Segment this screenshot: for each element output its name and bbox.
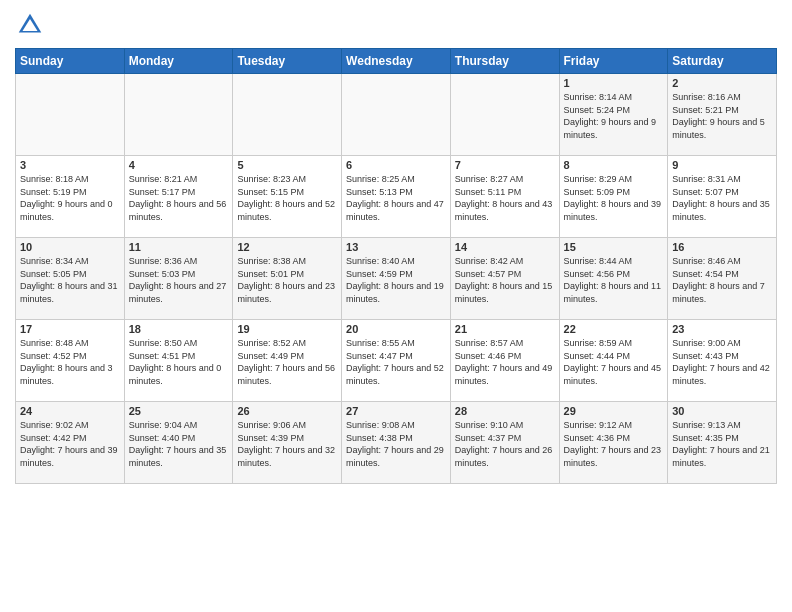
day-number: 1 [564,77,664,89]
day-info: Sunrise: 9:02 AM Sunset: 4:42 PM Dayligh… [20,419,120,469]
calendar-day-cell [342,74,451,156]
day-number: 23 [672,323,772,335]
day-info: Sunrise: 8:34 AM Sunset: 5:05 PM Dayligh… [20,255,120,305]
day-number: 7 [455,159,555,171]
calendar-day-cell: 3Sunrise: 8:18 AM Sunset: 5:19 PM Daylig… [16,156,125,238]
day-number: 25 [129,405,229,417]
day-number: 11 [129,241,229,253]
day-info: Sunrise: 8:16 AM Sunset: 5:21 PM Dayligh… [672,91,772,141]
calendar-day-cell: 8Sunrise: 8:29 AM Sunset: 5:09 PM Daylig… [559,156,668,238]
day-number: 26 [237,405,337,417]
calendar-day-cell: 22Sunrise: 8:59 AM Sunset: 4:44 PM Dayli… [559,320,668,402]
day-info: Sunrise: 8:23 AM Sunset: 5:15 PM Dayligh… [237,173,337,223]
calendar-day-cell [124,74,233,156]
calendar-week-row: 3Sunrise: 8:18 AM Sunset: 5:19 PM Daylig… [16,156,777,238]
calendar-day-cell: 13Sunrise: 8:40 AM Sunset: 4:59 PM Dayli… [342,238,451,320]
calendar-day-cell: 17Sunrise: 8:48 AM Sunset: 4:52 PM Dayli… [16,320,125,402]
calendar-day-cell: 14Sunrise: 8:42 AM Sunset: 4:57 PM Dayli… [450,238,559,320]
calendar-day-cell: 19Sunrise: 8:52 AM Sunset: 4:49 PM Dayli… [233,320,342,402]
day-number: 21 [455,323,555,335]
calendar-day-cell: 15Sunrise: 8:44 AM Sunset: 4:56 PM Dayli… [559,238,668,320]
day-info: Sunrise: 8:50 AM Sunset: 4:51 PM Dayligh… [129,337,229,387]
day-info: Sunrise: 8:18 AM Sunset: 5:19 PM Dayligh… [20,173,120,223]
calendar-week-row: 17Sunrise: 8:48 AM Sunset: 4:52 PM Dayli… [16,320,777,402]
calendar-day-cell [450,74,559,156]
page-container: SundayMondayTuesdayWednesdayThursdayFrid… [0,0,792,494]
calendar-day-cell: 10Sunrise: 8:34 AM Sunset: 5:05 PM Dayli… [16,238,125,320]
day-info: Sunrise: 8:21 AM Sunset: 5:17 PM Dayligh… [129,173,229,223]
calendar-day-cell: 30Sunrise: 9:13 AM Sunset: 4:35 PM Dayli… [668,402,777,484]
day-info: Sunrise: 9:00 AM Sunset: 4:43 PM Dayligh… [672,337,772,387]
calendar-day-header: Tuesday [233,49,342,74]
day-number: 28 [455,405,555,417]
calendar-day-cell: 18Sunrise: 8:50 AM Sunset: 4:51 PM Dayli… [124,320,233,402]
calendar-table: SundayMondayTuesdayWednesdayThursdayFrid… [15,48,777,484]
day-number: 18 [129,323,229,335]
page-header [15,10,777,40]
day-info: Sunrise: 9:10 AM Sunset: 4:37 PM Dayligh… [455,419,555,469]
day-info: Sunrise: 8:59 AM Sunset: 4:44 PM Dayligh… [564,337,664,387]
day-info: Sunrise: 9:12 AM Sunset: 4:36 PM Dayligh… [564,419,664,469]
day-number: 16 [672,241,772,253]
day-info: Sunrise: 8:55 AM Sunset: 4:47 PM Dayligh… [346,337,446,387]
day-info: Sunrise: 9:06 AM Sunset: 4:39 PM Dayligh… [237,419,337,469]
day-info: Sunrise: 8:38 AM Sunset: 5:01 PM Dayligh… [237,255,337,305]
day-number: 8 [564,159,664,171]
calendar-day-header: Thursday [450,49,559,74]
calendar-day-cell: 27Sunrise: 9:08 AM Sunset: 4:38 PM Dayli… [342,402,451,484]
day-info: Sunrise: 8:14 AM Sunset: 5:24 PM Dayligh… [564,91,664,141]
calendar-week-row: 10Sunrise: 8:34 AM Sunset: 5:05 PM Dayli… [16,238,777,320]
day-info: Sunrise: 8:36 AM Sunset: 5:03 PM Dayligh… [129,255,229,305]
day-number: 29 [564,405,664,417]
calendar-header-row: SundayMondayTuesdayWednesdayThursdayFrid… [16,49,777,74]
day-number: 9 [672,159,772,171]
calendar-day-cell: 29Sunrise: 9:12 AM Sunset: 4:36 PM Dayli… [559,402,668,484]
day-info: Sunrise: 8:44 AM Sunset: 4:56 PM Dayligh… [564,255,664,305]
calendar-week-row: 24Sunrise: 9:02 AM Sunset: 4:42 PM Dayli… [16,402,777,484]
day-number: 19 [237,323,337,335]
day-number: 14 [455,241,555,253]
day-number: 5 [237,159,337,171]
day-number: 2 [672,77,772,89]
day-info: Sunrise: 8:48 AM Sunset: 4:52 PM Dayligh… [20,337,120,387]
logo [15,10,47,40]
day-info: Sunrise: 8:52 AM Sunset: 4:49 PM Dayligh… [237,337,337,387]
calendar-day-cell: 5Sunrise: 8:23 AM Sunset: 5:15 PM Daylig… [233,156,342,238]
day-number: 30 [672,405,772,417]
day-info: Sunrise: 8:29 AM Sunset: 5:09 PM Dayligh… [564,173,664,223]
day-number: 20 [346,323,446,335]
calendar-day-cell: 12Sunrise: 8:38 AM Sunset: 5:01 PM Dayli… [233,238,342,320]
day-number: 6 [346,159,446,171]
day-info: Sunrise: 8:42 AM Sunset: 4:57 PM Dayligh… [455,255,555,305]
logo-icon [15,10,45,40]
day-number: 4 [129,159,229,171]
calendar-day-cell: 9Sunrise: 8:31 AM Sunset: 5:07 PM Daylig… [668,156,777,238]
day-info: Sunrise: 8:40 AM Sunset: 4:59 PM Dayligh… [346,255,446,305]
day-number: 27 [346,405,446,417]
calendar-day-header: Friday [559,49,668,74]
day-number: 17 [20,323,120,335]
day-number: 22 [564,323,664,335]
calendar-day-cell: 28Sunrise: 9:10 AM Sunset: 4:37 PM Dayli… [450,402,559,484]
day-number: 3 [20,159,120,171]
calendar-day-cell: 2Sunrise: 8:16 AM Sunset: 5:21 PM Daylig… [668,74,777,156]
day-info: Sunrise: 9:08 AM Sunset: 4:38 PM Dayligh… [346,419,446,469]
calendar-day-header: Monday [124,49,233,74]
day-number: 12 [237,241,337,253]
calendar-day-cell: 24Sunrise: 9:02 AM Sunset: 4:42 PM Dayli… [16,402,125,484]
day-info: Sunrise: 8:31 AM Sunset: 5:07 PM Dayligh… [672,173,772,223]
day-info: Sunrise: 9:04 AM Sunset: 4:40 PM Dayligh… [129,419,229,469]
calendar-day-cell: 6Sunrise: 8:25 AM Sunset: 5:13 PM Daylig… [342,156,451,238]
day-number: 10 [20,241,120,253]
calendar-day-header: Saturday [668,49,777,74]
calendar-day-cell: 4Sunrise: 8:21 AM Sunset: 5:17 PM Daylig… [124,156,233,238]
day-number: 24 [20,405,120,417]
day-info: Sunrise: 8:46 AM Sunset: 4:54 PM Dayligh… [672,255,772,305]
calendar-day-cell: 20Sunrise: 8:55 AM Sunset: 4:47 PM Dayli… [342,320,451,402]
day-info: Sunrise: 9:13 AM Sunset: 4:35 PM Dayligh… [672,419,772,469]
day-info: Sunrise: 8:27 AM Sunset: 5:11 PM Dayligh… [455,173,555,223]
calendar-day-cell: 16Sunrise: 8:46 AM Sunset: 4:54 PM Dayli… [668,238,777,320]
calendar-day-header: Sunday [16,49,125,74]
calendar-day-cell: 1Sunrise: 8:14 AM Sunset: 5:24 PM Daylig… [559,74,668,156]
calendar-day-cell: 26Sunrise: 9:06 AM Sunset: 4:39 PM Dayli… [233,402,342,484]
